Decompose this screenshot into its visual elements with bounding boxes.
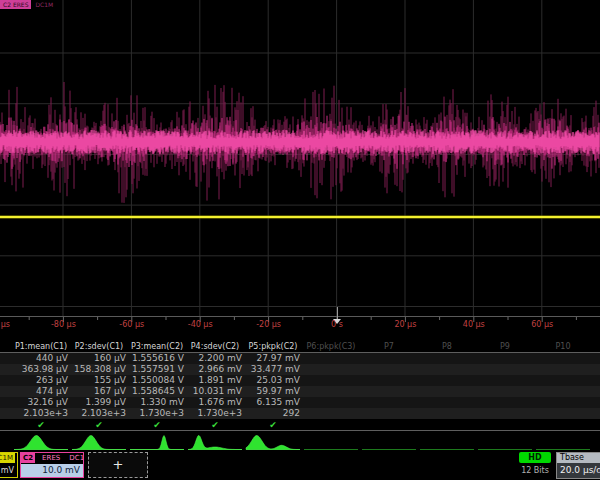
measurement-value-cell: 158.308 µV (70, 364, 128, 375)
measurement-value-cell: 59.97 mV (244, 386, 302, 397)
table-row-num: 2.103e+32.103e+31.730e+31.730e+3292 (0, 408, 600, 419)
measurement-value-cell: 1.399 µV (70, 397, 128, 408)
status-checkmark-icon: ✔ (186, 419, 244, 431)
time-tick-label: -80 µs (40, 320, 86, 329)
histicon (476, 433, 534, 452)
c2-eres-badge: ERES (40, 453, 62, 463)
histicon (128, 433, 186, 452)
trace-annotation-badge: C2 ERES (0, 0, 31, 9)
measurement-value-cell: 440 µV (12, 353, 70, 364)
measurement-value-cell: 1.330 mV (128, 397, 186, 408)
measurement-value-cell: 160 µV (70, 353, 128, 364)
measurement-value-cell: 2.966 mV (186, 364, 244, 375)
measurement-value-cell: 1.550084 V (128, 375, 186, 386)
histicon (534, 433, 592, 452)
timebase-descriptor[interactable]: Tbase 20.0 µs/div (556, 452, 600, 479)
time-tick-label: 40 µs (451, 320, 497, 329)
measurement-value-cell: 1.557591 V (128, 364, 186, 375)
c1-coupling-badge: DC1M (0, 453, 15, 463)
time-tick-label: 20 µs (382, 320, 428, 329)
c2-channel-badge: C2 (21, 453, 35, 463)
measurement-value-cell: 32.16 µV (12, 397, 70, 408)
measurement-column-header[interactable]: P10 (534, 340, 592, 353)
histicon (186, 433, 244, 452)
timebase-axis: -100 µs-80 µs-60 µs-40 µs-20 µs0 s20 µs4… (0, 316, 600, 341)
measurement-value-cell: 1.676 mV (186, 397, 244, 408)
hd-bits-label: 12 Bits (513, 466, 557, 475)
timebase-value: 20.0 µs/div (557, 463, 600, 478)
measurement-column-header[interactable]: P4:sdev(C2) (186, 340, 244, 353)
measurement-value-cell: 1.555616 V (128, 353, 186, 364)
histicon (360, 433, 418, 452)
time-tick-label: -60 µs (109, 320, 155, 329)
measurement-value-cell: 155 µV (70, 375, 128, 386)
measurement-value-cell: 263 µV (12, 375, 70, 386)
measurement-value-cell: 1.558645 V (128, 386, 186, 397)
histicon-row (0, 433, 600, 452)
measurement-column-header[interactable]: P9 (476, 340, 534, 353)
table-row-max: 474 µV167 µV1.558645 V10.031 mV59.97 mV (0, 386, 600, 397)
measurement-value-cell: 292 (244, 408, 302, 419)
measurement-value-cell: 167 µV (70, 386, 128, 397)
histicon (418, 433, 476, 452)
measurement-column-header[interactable]: P7 (360, 340, 418, 353)
histicon (244, 433, 302, 452)
waveform-display[interactable]: C2 ERES DC1M (0, 0, 600, 316)
c2-volts-per-div[interactable]: 10.0 mV (21, 464, 83, 477)
channel-c2-descriptor[interactable]: C2 ERES DC1M 10.0 mV (20, 452, 84, 478)
time-tick-label: -40 µs (177, 320, 223, 329)
measurement-value-cell: 1.730e+3 (128, 408, 186, 419)
time-tick-label: 60 µs (519, 320, 565, 329)
measurement-value-cell: 363.98 µV (12, 364, 70, 375)
measurement-value-cell: 2.103e+3 (70, 408, 128, 419)
c2-coupling-badge: DC1M (67, 453, 83, 463)
measurement-column-header[interactable]: P6:pkpk(C3) (302, 340, 360, 353)
measurement-value-cell: 27.97 mV (244, 353, 302, 364)
measurement-value-cell: 10.031 mV (186, 386, 244, 397)
measurement-value-cell: 2.200 mV (186, 353, 244, 364)
axis-ticks (0, 317, 600, 323)
measurement-table[interactable]: P1:mean(C1)P2:sdev(C1)P3:mean(C2)P4:sdev… (0, 340, 600, 431)
measurement-column-header[interactable]: P2:sdev(C1) (70, 340, 128, 353)
status-checkmark-icon: ✔ (70, 419, 128, 431)
waveform-graticule (0, 0, 600, 316)
measurement-value-cell: 6.135 mV (244, 397, 302, 408)
measurement-value-cell: 25.03 mV (244, 375, 302, 386)
histicon (70, 433, 128, 452)
measurement-value-cell: 2.103e+3 (12, 408, 70, 419)
measurement-value-cell: 1.891 mV (186, 375, 244, 386)
measurement-column-header[interactable]: P3:mean(C2) (128, 340, 186, 353)
measurement-value-cell: 474 µV (12, 386, 70, 397)
table-row-value: 440 µV160 µV1.555616 V2.200 mV27.97 mV (0, 353, 600, 364)
status-checkmark-icon: ✔ (244, 419, 302, 431)
c1-descriptor-top: C1 DC1M (0, 453, 17, 464)
trace-annotation: C2 ERES DC1M (0, 0, 53, 9)
table-row-mean: 363.98 µV158.308 µV1.557591 V2.966 mV33.… (0, 364, 600, 375)
bottom-bar: C1 DC1M 10.0 mV C2 ERES DC1M 10.0 mV + H… (0, 452, 600, 480)
trace-annotation-detail: DC1M (33, 1, 53, 8)
measurement-column-header[interactable]: P1:mean(C1) (12, 340, 70, 353)
table-row-sdev: 32.16 µV1.399 µV1.330 mV1.676 mV6.135 mV (0, 397, 600, 408)
add-trace-button[interactable]: + (88, 452, 148, 478)
c1-volts-per-div[interactable]: 10.0 mV (0, 464, 17, 477)
table-row-min: 263 µV155 µV1.550084 V1.891 mV25.03 mV (0, 375, 600, 386)
status-checkmark-icon: ✔ (128, 419, 186, 431)
timebase-label: Tbase (557, 453, 600, 463)
channel-c1-descriptor[interactable]: C1 DC1M 10.0 mV (0, 452, 18, 478)
measurement-value-cell: 1.730e+3 (186, 408, 244, 419)
c2-descriptor-top: C2 ERES DC1M (21, 453, 83, 464)
time-tick-label: -20 µs (246, 320, 292, 329)
table-header-row: P1:mean(C1)P2:sdev(C1)P3:mean(C2)P4:sdev… (0, 340, 600, 353)
histicon (302, 433, 360, 452)
measurement-column-header[interactable]: P5:pkpk(C2) (244, 340, 302, 353)
measurement-value-cell: 33.477 mV (244, 364, 302, 375)
time-tick-label: -100 µs (0, 320, 18, 329)
table-row-status: ✔✔✔✔✔ (0, 419, 600, 431)
measurement-column-header[interactable]: P8 (418, 340, 476, 353)
oscilloscope-screen: C2 ERES DC1M -100 µs-80 µs-60 µs-40 µs-2… (0, 0, 600, 480)
histicon (12, 433, 70, 452)
time-tick-label: 0 s (314, 320, 360, 329)
status-checkmark-icon: ✔ (12, 419, 70, 431)
hd-mode-badge[interactable]: HD (519, 452, 551, 463)
